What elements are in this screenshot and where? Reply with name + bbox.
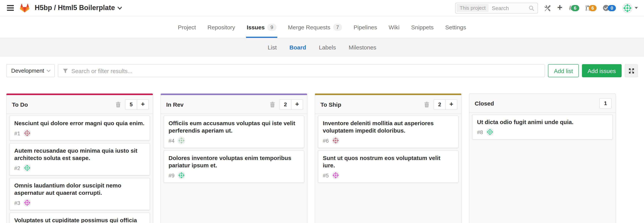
tab-label: Project: [178, 24, 196, 30]
issue-card[interactable]: Autem recusandae quo minima quia iusto s…: [9, 143, 150, 175]
issue-footer: #3: [14, 199, 145, 206]
filter-search-input[interactable]: Search or filter results...: [58, 64, 545, 77]
issue-number: #3: [14, 200, 20, 206]
column-title: In Rev: [166, 101, 266, 108]
user-menu[interactable]: [622, 3, 638, 13]
issue-count-pill: 1: [599, 98, 612, 108]
tab-pipelines[interactable]: Pipelines: [354, 16, 377, 38]
tab-settings[interactable]: Settings: [445, 16, 466, 38]
caret-down-icon: [635, 7, 638, 9]
issue-footer: #9: [168, 172, 299, 179]
card-list: Nesciunt qui dolore error magni quo quia…: [6, 114, 153, 223]
tab-project[interactable]: Project: [178, 16, 196, 38]
hamburger-menu-icon[interactable]: [6, 5, 15, 12]
search-scope-chip: This project: [456, 4, 488, 12]
tab-label: Snippets: [411, 24, 434, 30]
new-issue-button[interactable]: +: [137, 99, 148, 109]
subnav-list[interactable]: List: [268, 44, 277, 50]
filter-funnel-icon: [63, 68, 68, 73]
issue-card[interactable]: Ut dicta odio fugit animi unde quia.#8: [472, 115, 613, 140]
tab-repository[interactable]: Repository: [208, 16, 235, 38]
issue-footer: #8: [477, 128, 608, 136]
issue-number: #8: [477, 129, 483, 135]
issue-card[interactable]: Omnis laudantium dolor suscipit nemo asp…: [9, 178, 150, 210]
issue-title: Sunt ut quos nostrum eos voluptatum veli…: [323, 154, 454, 169]
issue-count-pill: 5+: [125, 99, 149, 109]
issue-card[interactable]: Nesciunt qui dolore error magni quo quia…: [9, 116, 150, 141]
card-list: Ut dicta odio fugit animi unde quia.#8: [469, 113, 616, 223]
trash-icon: [424, 101, 429, 107]
issue-title: Ut dicta odio fugit animi unde quia.: [477, 118, 608, 126]
delete-list-button[interactable]: [269, 101, 276, 108]
issue-card[interactable]: Voluptates ut cupiditate possimus qui of…: [9, 212, 150, 223]
assignee-avatar[interactable]: [332, 172, 339, 179]
issue-card[interactable]: Dolores inventore voluptas enim temporib…: [164, 150, 304, 183]
tab-issues[interactable]: Issues9: [246, 16, 276, 38]
issue-card[interactable]: Sunt ut quos nostrum eos voluptatum veli…: [318, 150, 458, 183]
issue-card[interactable]: Inventore deleniti mollitia aut asperior…: [318, 116, 458, 148]
issue-footer: #6: [323, 137, 454, 144]
issue-footer: #2: [14, 164, 145, 172]
delete-list-button[interactable]: [424, 101, 430, 108]
navbar-left: H5bp / Html5 Boilerplate: [6, 3, 122, 13]
assignee-avatar[interactable]: [486, 128, 494, 136]
tab-merge-requests[interactable]: Merge Requests7: [288, 16, 342, 38]
fullscreen-toggle-button[interactable]: [625, 64, 638, 77]
admin-wrench-icon[interactable]: [544, 5, 551, 11]
tab-label: Repository: [208, 24, 235, 30]
add-issues-button[interactable]: Add issues: [582, 64, 622, 77]
new-issue-button[interactable]: +: [291, 99, 303, 109]
issue-count-pill: 2+: [279, 99, 303, 109]
project-title[interactable]: H5bp / Html5 Boilerplate: [35, 4, 122, 12]
issue-number: #4: [168, 137, 174, 144]
top-navbar: H5bp / Html5 Boilerplate This project Se…: [0, 0, 644, 16]
issue-count: 1: [600, 100, 611, 106]
assignee-avatar[interactable]: [23, 164, 31, 172]
issue-count: 2: [280, 101, 291, 107]
merge-requests-counter[interactable]: 6: [585, 5, 596, 11]
new-issue-button[interactable]: +: [446, 99, 457, 109]
board-filter-bar: Development Search or filter results... …: [0, 56, 644, 93]
tab-wiki[interactable]: Wiki: [389, 16, 400, 38]
expand-icon: [628, 68, 634, 74]
assignee-avatar[interactable]: [178, 137, 185, 144]
global-search-input[interactable]: This project Search: [455, 3, 538, 13]
issue-footer: #4: [168, 137, 299, 144]
add-list-button[interactable]: Add list: [548, 64, 579, 77]
new-plus-icon[interactable]: +: [557, 4, 562, 12]
board-column-to-ship: To Ship2+Inventore deleniti mollitia aut…: [315, 93, 462, 223]
tab-snippets[interactable]: Snippets: [411, 16, 434, 38]
issue-title: Omnis laudantium dolor suscipit nemo asp…: [14, 182, 145, 196]
delete-list-button[interactable]: [115, 101, 122, 108]
gitlab-logo-icon[interactable]: [20, 3, 30, 13]
issue-footer: #1: [14, 130, 145, 137]
tab-label: Wiki: [389, 24, 400, 30]
assignee-avatar[interactable]: [23, 130, 31, 137]
board-column-in-rev: In Rev2+Officiis eum accusamus voluptas …: [160, 93, 307, 223]
subnav-labels[interactable]: Labels: [319, 44, 336, 50]
issue-count: 5: [125, 101, 137, 107]
issue-card[interactable]: Officiis eum accusamus voluptas qui iste…: [164, 116, 304, 148]
column-title: Closed: [475, 100, 596, 106]
milestone-dropdown[interactable]: Development: [6, 64, 55, 77]
subnav-board[interactable]: Board: [290, 44, 306, 50]
column-title: To Ship: [320, 101, 420, 108]
issue-count: 2: [434, 101, 446, 107]
navbar-right: This project Search + #660: [455, 3, 638, 13]
card-list: Inventore deleniti mollitia aut asperior…: [315, 114, 461, 223]
issue-title: Nesciunt qui dolore error magni quo quia…: [14, 120, 145, 127]
assignee-avatar[interactable]: [178, 172, 185, 179]
tab-label: Merge Requests: [288, 24, 330, 30]
issue-title: Voluptates ut cupiditate possimus qui of…: [14, 216, 145, 223]
trash-icon: [116, 101, 121, 107]
issues-subnav: ListBoardLabelsMilestones: [0, 38, 644, 56]
subnav-milestones[interactable]: Milestones: [348, 44, 376, 50]
navbar-counters: #660: [569, 5, 616, 12]
tab-label: Settings: [445, 24, 466, 30]
issue-number: #9: [168, 172, 174, 178]
card-list: Officiis eum accusamus voluptas qui iste…: [161, 114, 307, 223]
todos-counter[interactable]: 0: [603, 5, 616, 11]
assignee-avatar[interactable]: [332, 137, 339, 144]
assignee-avatar[interactable]: [23, 199, 31, 206]
issues-counter[interactable]: #6: [569, 5, 579, 12]
